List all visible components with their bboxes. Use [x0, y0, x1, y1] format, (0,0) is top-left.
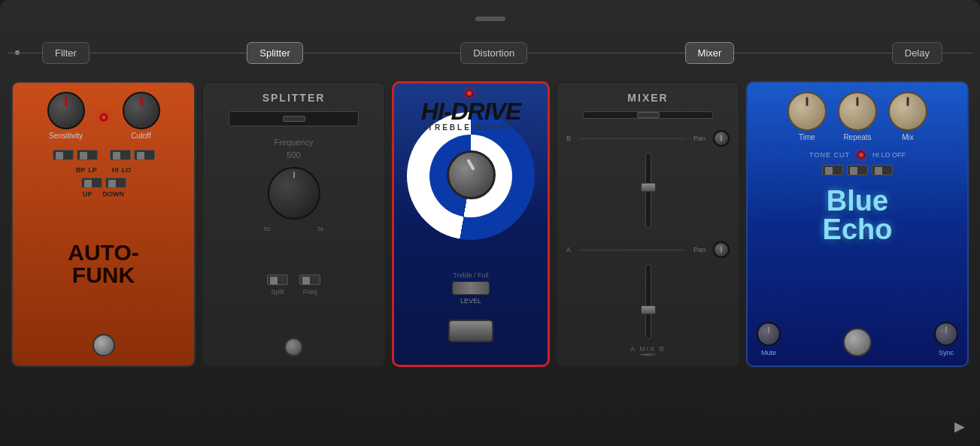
blueecho-repeats-group: Repeats	[838, 92, 877, 141]
autofunk-knobs-row: Sensitivity Cutoff	[47, 92, 160, 140]
mixer-mix-label: A MIX B	[630, 345, 666, 353]
autofunk-hi-switch[interactable]	[110, 150, 131, 160]
splitter-split-switch[interactable]	[267, 275, 288, 285]
blueecho-mix-knob[interactable]	[888, 92, 927, 131]
splitter-freq-knob[interactable]	[268, 167, 320, 220]
mixer-fader-b-thumb[interactable]	[641, 183, 656, 192]
distortion-toggle-switch[interactable]	[452, 281, 490, 295]
play-button[interactable]: ▶	[954, 418, 965, 435]
autofunk-updown-labels: UP DOWN	[83, 190, 124, 198]
chain-node-filter[interactable]: Filter	[42, 42, 90, 64]
mixer-fader-b[interactable]	[645, 153, 651, 228]
splitter-scale-high: 5k	[317, 226, 323, 232]
splitter-connector	[229, 111, 360, 126]
blueecho-hilooff-label: HI LO OFF	[872, 151, 906, 159]
pedal-mixer: MIXER B Pan A Pan	[556, 81, 740, 367]
mixer-title: MIXER	[627, 92, 668, 104]
autofunk-led	[100, 114, 108, 121]
blueecho-lo-switch[interactable]	[847, 165, 868, 175]
mixer-b-line	[578, 138, 686, 139]
blueecho-knobs-row: Time Repeats Mix	[787, 92, 927, 141]
pedals-area: Sensitivity Cutoff BP	[8, 77, 972, 438]
distortion-switch-label: Treble / Full	[453, 272, 488, 279]
autofunk-title-line1: AUTO-	[68, 241, 138, 264]
blueecho-mute-group: Mute	[757, 322, 781, 356]
blueecho-repeats-knob[interactable]	[838, 92, 877, 131]
autofunk-sensitivity-group: Sensitivity	[47, 92, 85, 140]
blueecho-time-knob[interactable]	[787, 92, 827, 131]
main-container: Filter Splitter Distortion Mixer Delay S…	[0, 0, 980, 446]
autofunk-down-switch[interactable]	[105, 177, 126, 188]
splitter-split-label: Split	[271, 288, 284, 296]
splitter-freq-switch-label: Freq	[303, 288, 317, 296]
blueecho-hilooff-switches	[822, 165, 893, 175]
splitter-freq-label: Frequency	[275, 138, 314, 147]
splitter-scale-low: 50	[264, 226, 271, 232]
autofunk-lo-label: LO	[122, 166, 132, 174]
pedal-blueecho: Time Repeats Mix TONE CUT HI LO OFF	[746, 81, 969, 367]
mixer-b-label: B	[566, 135, 571, 142]
blueecho-title-group: Blue Echo	[823, 187, 893, 244]
signal-chain: Filter Splitter Distortion Mixer Delay	[8, 34, 972, 71]
autofunk-cutoff-label: Cutoff	[131, 132, 151, 140]
autofunk-bp-switch[interactable]	[53, 150, 74, 160]
autofunk-title: AUTO- FUNK	[68, 241, 138, 287]
autofunk-lp-switch[interactable]	[77, 150, 98, 160]
distortion-level-label: LEVEL	[460, 297, 481, 305]
splitter-freq-value: 500	[287, 150, 300, 159]
blueecho-mute-label: Mute	[761, 349, 776, 356]
chain-node-delay[interactable]: Delay	[892, 42, 942, 64]
drag-handle	[475, 17, 505, 21]
blueecho-sync-group: Sync	[934, 322, 958, 356]
blueecho-footswitch[interactable]	[843, 328, 872, 356]
chain-node-splitter[interactable]: Splitter	[247, 42, 302, 64]
blueecho-off-switch[interactable]	[872, 165, 893, 175]
autofunk-down-label: DOWN	[103, 190, 125, 198]
autofunk-sensitivity-knob[interactable]	[47, 92, 85, 129]
distortion-level-knob[interactable]	[447, 150, 496, 199]
mixer-pan-b-label: Pan	[693, 135, 705, 142]
distortion-switch-group: Treble / Full LEVEL	[452, 272, 490, 305]
splitter-footswitch[interactable]	[284, 338, 303, 356]
top-bar	[8, 8, 972, 30]
autofunk-switches-row	[53, 150, 155, 160]
mixer-fader-a-group	[645, 264, 651, 339]
mixer-fader-a[interactable]	[645, 264, 651, 339]
blueecho-tonecut-row: TONE CUT HI LO OFF	[809, 151, 906, 159]
mixer-channel-a: A Pan	[566, 241, 730, 258]
blueecho-footer-row: Mute Sync	[757, 322, 958, 356]
splitter-title: SPLITTER	[262, 92, 326, 104]
mixer-footswitch[interactable]	[639, 353, 657, 356]
pedal-distortion: HI-DRIVE TREBLE BOOST Treble / Full LEVE…	[392, 81, 550, 367]
chain-node-mixer[interactable]: Mixer	[685, 42, 735, 64]
distortion-led	[466, 90, 473, 97]
blueecho-sync-label: Sync	[939, 349, 954, 356]
mixer-connector	[583, 111, 714, 119]
distortion-footswitch[interactable]	[448, 320, 493, 342]
autofunk-lo-switch[interactable]	[134, 150, 155, 160]
blueecho-repeats-label: Repeats	[843, 133, 871, 141]
blueecho-hi-switch[interactable]	[822, 165, 843, 175]
distortion-subtitle: TREBLE BOOST	[428, 123, 514, 132]
autofunk-sensitivity-label: Sensitivity	[49, 132, 83, 140]
blueecho-mix-label: Mix	[902, 133, 914, 141]
splitter-freq-switch[interactable]	[299, 275, 320, 285]
mixer-fader-b-group	[645, 153, 651, 228]
splitter-scale: 50 5k	[264, 226, 324, 232]
autofunk-cutoff-group: Cutoff	[123, 92, 160, 140]
splitter-connector-bar	[283, 116, 305, 122]
mixer-connector-bar	[637, 112, 660, 118]
mixer-fader-a-thumb[interactable]	[641, 305, 656, 314]
autofunk-cutoff-knob[interactable]	[123, 92, 160, 129]
blueecho-tonecut-label: TONE CUT	[809, 151, 850, 159]
chain-node-distortion[interactable]: Distortion	[460, 42, 527, 64]
autofunk-up-switch[interactable]	[81, 177, 102, 188]
blueecho-mute-switch[interactable]	[757, 322, 781, 346]
distortion-level-knob-group	[447, 150, 496, 199]
autofunk-footswitch[interactable]	[93, 334, 115, 356]
blueecho-title-line1: Blue	[823, 187, 893, 215]
blueecho-sync-switch[interactable]	[934, 322, 958, 346]
mixer-a-label: A	[566, 246, 571, 253]
mixer-pan-a-knob[interactable]	[713, 241, 730, 258]
mixer-pan-b-knob[interactable]	[713, 130, 730, 147]
